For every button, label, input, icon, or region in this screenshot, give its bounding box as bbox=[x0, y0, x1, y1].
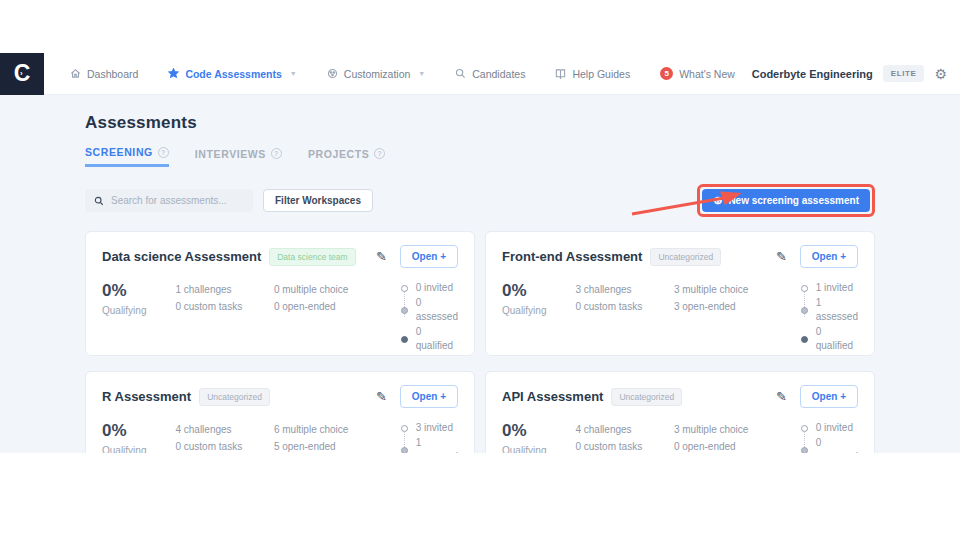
invited-count: 0 invited bbox=[816, 421, 853, 436]
qualifying-label: Qualifying bbox=[502, 445, 575, 453]
customization-icon bbox=[327, 68, 338, 79]
question-icon[interactable]: ? bbox=[374, 148, 385, 159]
challenges-count: 3 challenges bbox=[575, 281, 673, 298]
search-input[interactable] bbox=[111, 195, 244, 206]
nav-item-whats-new[interactable]: 5 What's New bbox=[660, 67, 735, 80]
open-ended-count: 0 open-ended bbox=[274, 298, 401, 315]
filter-workspaces-button[interactable]: Filter Workspaces bbox=[263, 189, 373, 212]
nav-item-candidates[interactable]: Candidates bbox=[455, 68, 525, 80]
custom-tasks-count: 0 custom tasks bbox=[175, 438, 273, 453]
assessment-card: Data science Assessment Data science tea… bbox=[85, 231, 475, 356]
plan-badge: ELITE bbox=[883, 65, 925, 82]
candidate-funnel: 0 invited 0 assessed 0 qualified bbox=[801, 421, 858, 453]
nav-items: Dashboard Code Assessments ▼ Customizati… bbox=[70, 67, 735, 80]
screen: C › Dashboard Code Assessments ▼ Customi… bbox=[0, 0, 960, 540]
open-ended-count: 5 open-ended bbox=[274, 438, 401, 453]
nav-item-customization[interactable]: Customization ▼ bbox=[327, 68, 425, 80]
nav-right: Coderbyte Engineering ELITE ⚙ bbox=[752, 65, 960, 82]
book-icon bbox=[555, 68, 566, 79]
qualifying-percent: 0% bbox=[502, 281, 575, 301]
assessed-dot-icon bbox=[801, 307, 808, 314]
workspace-badge: Uncategorized bbox=[611, 388, 682, 406]
assessment-cards: Data science Assessment Data science tea… bbox=[85, 231, 875, 453]
workspace-badge: Data science team bbox=[269, 248, 355, 266]
open-ended-count: 0 open-ended bbox=[674, 438, 801, 453]
open-ended-count: 3 open-ended bbox=[674, 298, 801, 315]
challenges-count: 4 challenges bbox=[175, 421, 273, 438]
qualifying-label: Qualifying bbox=[102, 445, 175, 453]
new-screening-assessment-button[interactable]: ⊕ New screening assessment bbox=[702, 189, 870, 212]
multiple-choice-count: 0 multiple choice bbox=[274, 281, 401, 298]
home-icon bbox=[70, 68, 81, 79]
challenges-count: 1 challenges bbox=[175, 281, 273, 298]
edit-pencil-icon[interactable]: ✎ bbox=[776, 390, 787, 403]
gear-icon[interactable]: ⚙ bbox=[934, 67, 947, 81]
assessed-count: 0 assessed bbox=[816, 436, 858, 454]
qualifying-percent: 0% bbox=[502, 421, 575, 441]
qualified-dot-icon bbox=[401, 336, 408, 343]
invited-dot-icon bbox=[401, 285, 408, 292]
open-button[interactable]: Open + bbox=[400, 385, 458, 408]
account-name[interactable]: Coderbyte Engineering bbox=[752, 68, 873, 80]
qualifying-percent: 0% bbox=[102, 421, 175, 441]
custom-tasks-count: 0 custom tasks bbox=[575, 298, 673, 315]
tab-bar: SCREENING ? INTERVIEWS ? PROJECTS ? bbox=[85, 146, 875, 167]
custom-tasks-count: 0 custom tasks bbox=[575, 438, 673, 453]
notification-badge: 5 bbox=[660, 67, 673, 80]
multiple-choice-count: 6 multiple choice bbox=[274, 421, 401, 438]
logo-chevron: › bbox=[20, 69, 23, 78]
open-button[interactable]: Open + bbox=[400, 245, 458, 268]
edit-pencil-icon[interactable]: ✎ bbox=[376, 250, 387, 263]
assessment-title: Data science Assessment bbox=[102, 249, 261, 264]
assessed-count: 1 assessed bbox=[816, 296, 858, 325]
assessed-dot-icon bbox=[401, 307, 408, 314]
qualifying-percent: 0% bbox=[102, 281, 175, 301]
workspace-badge: Uncategorized bbox=[650, 248, 721, 266]
assessed-dot-icon bbox=[401, 447, 408, 454]
toolbar: Filter Workspaces ⊕ New screening assess… bbox=[85, 184, 875, 217]
candidate-funnel: 0 invited 0 assessed 0 qualified bbox=[401, 281, 458, 354]
invited-count: 3 invited bbox=[416, 421, 453, 436]
tab-screening[interactable]: SCREENING ? bbox=[85, 146, 169, 167]
assessment-search[interactable] bbox=[85, 189, 253, 212]
open-button[interactable]: Open + bbox=[800, 385, 858, 408]
qualified-dot-icon bbox=[801, 336, 808, 343]
nav-item-dashboard[interactable]: Dashboard bbox=[70, 68, 138, 80]
tab-projects[interactable]: PROJECTS ? bbox=[308, 146, 385, 167]
invited-dot-icon bbox=[801, 425, 808, 432]
search-icon bbox=[455, 68, 466, 79]
invited-count: 0 invited bbox=[416, 281, 453, 296]
assessed-count: 0 assessed bbox=[416, 296, 458, 325]
coderbyte-logo[interactable]: C › bbox=[0, 53, 44, 95]
top-nav: C › Dashboard Code Assessments ▼ Customi… bbox=[0, 53, 960, 95]
multiple-choice-count: 3 multiple choice bbox=[674, 421, 801, 438]
tab-interviews[interactable]: INTERVIEWS ? bbox=[195, 146, 282, 167]
qualified-count: 0 qualified bbox=[816, 325, 858, 354]
annotation-highlight: ⊕ New screening assessment bbox=[697, 184, 875, 217]
chevron-down-icon: ▼ bbox=[418, 70, 425, 77]
assessment-title: API Assessment bbox=[502, 389, 603, 404]
assessment-card: Front-end Assessment Uncategorized ✎ Ope… bbox=[485, 231, 875, 356]
question-icon[interactable]: ? bbox=[271, 148, 282, 159]
assessment-card: API Assessment Uncategorized ✎ Open + 0%… bbox=[485, 371, 875, 453]
magnifier-icon bbox=[94, 196, 104, 206]
invited-count: 1 invited bbox=[816, 281, 853, 296]
question-icon[interactable]: ? bbox=[158, 147, 169, 158]
invited-dot-icon bbox=[401, 425, 408, 432]
assessment-title: Front-end Assessment bbox=[502, 249, 642, 264]
edit-pencil-icon[interactable]: ✎ bbox=[376, 390, 387, 403]
edit-pencil-icon[interactable]: ✎ bbox=[776, 250, 787, 263]
open-button[interactable]: Open + bbox=[800, 245, 858, 268]
nav-item-help-guides[interactable]: Help Guides bbox=[555, 68, 630, 80]
star-icon bbox=[168, 68, 179, 79]
qualifying-label: Qualifying bbox=[502, 305, 575, 316]
nav-item-code-assessments[interactable]: Code Assessments ▼ bbox=[168, 68, 296, 80]
assessed-count: 1 assessed bbox=[416, 436, 458, 454]
chevron-down-icon: ▼ bbox=[290, 70, 297, 77]
qualifying-label: Qualifying bbox=[102, 305, 175, 316]
candidate-funnel: 1 invited 1 assessed 0 qualified bbox=[801, 281, 858, 354]
assessment-card: R Assessment Uncategorized ✎ Open + 0% Q… bbox=[85, 371, 475, 453]
custom-tasks-count: 0 custom tasks bbox=[175, 298, 273, 315]
candidate-funnel: 3 invited 1 assessed 0 qualified bbox=[401, 421, 458, 453]
qualified-count: 0 qualified bbox=[416, 325, 458, 354]
